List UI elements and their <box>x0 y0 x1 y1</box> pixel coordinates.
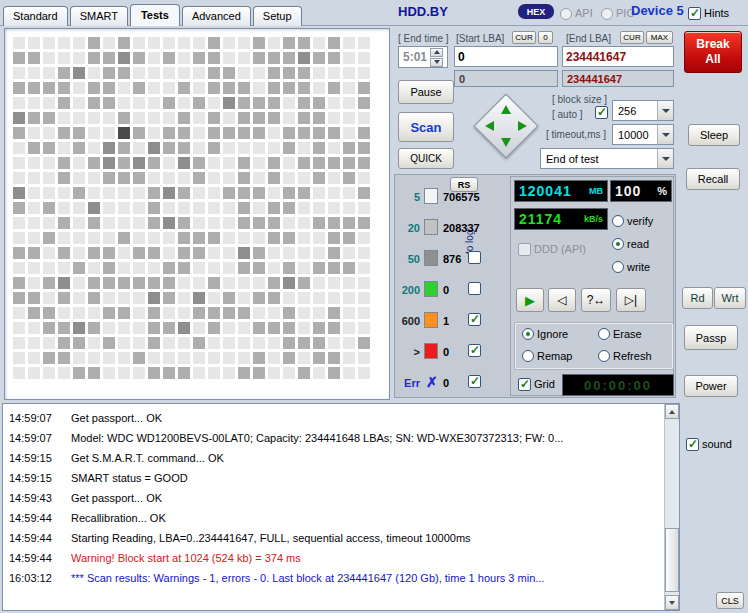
scan-block <box>253 82 265 94</box>
end-action-combo[interactable]: End of test <box>540 148 674 169</box>
recall-button[interactable]: Recall <box>686 168 740 190</box>
block-size-combo[interactable]: 256 <box>612 100 674 121</box>
log-scrollbar[interactable] <box>664 404 679 610</box>
log-err-checkbox[interactable] <box>468 375 481 388</box>
scan-block <box>148 217 160 229</box>
tab-advanced[interactable]: Advanced <box>182 6 251 26</box>
rd-button[interactable]: Rd <box>682 287 713 309</box>
scan-button[interactable]: Scan <box>398 112 454 142</box>
seek-pad[interactable] <box>472 92 540 160</box>
log-50-checkbox[interactable] <box>468 251 481 264</box>
log-600-checkbox[interactable] <box>468 313 481 326</box>
scan-block <box>208 187 220 199</box>
scan-block <box>43 232 55 244</box>
log-message: *** Scan results: Warnings - 1, errors -… <box>71 572 544 584</box>
scan-block <box>133 187 145 199</box>
passp-button[interactable]: Passp <box>684 325 738 350</box>
grid-checkbox[interactable] <box>518 378 531 391</box>
scan-block <box>283 367 295 379</box>
scan-block <box>88 127 100 139</box>
tab-setup[interactable]: Setup <box>253 6 302 26</box>
to-end-button[interactable]: ▷| <box>616 288 646 312</box>
hints-checkbox[interactable] <box>688 7 701 20</box>
action-remap-radio[interactable] <box>522 350 534 362</box>
start-lba-cur-button[interactable]: CUR <box>512 31 536 44</box>
scan-block <box>178 217 190 229</box>
scan-block <box>28 352 40 364</box>
dropdown-button[interactable] <box>657 101 673 120</box>
scan-block <box>163 37 175 49</box>
end-lba-max-button[interactable]: MAX <box>646 31 673 44</box>
spin-up-icon[interactable] <box>430 48 443 57</box>
start-button[interactable]: ▶ <box>516 288 544 312</box>
sleep-button[interactable]: Sleep <box>688 124 740 146</box>
scan-block <box>193 97 205 109</box>
wrt-button[interactable]: Wrt <box>714 287 746 309</box>
dropdown-button[interactable] <box>657 125 673 144</box>
scan-block <box>133 52 145 64</box>
bucket-600-swatch <box>424 312 438 328</box>
timer-display: 00:00:00 <box>562 374 674 396</box>
scroll-up-button[interactable] <box>665 404 679 419</box>
scroll-down-button[interactable] <box>665 595 679 610</box>
ddd-checkbox[interactable] <box>518 243 531 256</box>
quick-button[interactable]: QUICK <box>398 148 454 169</box>
random-read-button[interactable]: ?↔ <box>581 288 611 312</box>
dropdown-button[interactable] <box>657 149 673 168</box>
scan-block <box>313 337 325 349</box>
start-lba-zero-button[interactable]: 0 <box>538 31 553 44</box>
log-over-checkbox[interactable] <box>468 344 481 357</box>
seek-up-arrow[interactable] <box>501 105 511 114</box>
scan-block <box>178 127 190 139</box>
scan-block <box>148 292 160 304</box>
backward-button[interactable]: ◁ <box>548 288 576 312</box>
break-all-button[interactable]: Break All <box>684 31 742 73</box>
scan-block <box>88 172 100 184</box>
scan-block <box>283 82 295 94</box>
timeout-combo[interactable]: 10000 <box>612 124 674 145</box>
rs-button[interactable]: RS <box>450 177 478 192</box>
seek-right-arrow[interactable] <box>518 121 527 131</box>
cls-button[interactable]: CLS <box>716 592 744 609</box>
end-lba-cur-button[interactable]: CUR <box>620 31 644 44</box>
scan-block <box>103 97 115 109</box>
scan-block <box>283 292 295 304</box>
hex-button[interactable]: HEX <box>518 4 554 19</box>
timer-value: 00:00:00 <box>584 378 652 393</box>
spin-down-icon[interactable] <box>430 58 443 67</box>
scan-block <box>208 172 220 184</box>
tab-smart[interactable]: SMART <box>70 6 128 26</box>
scan-block <box>358 142 370 154</box>
scan-block <box>148 52 160 64</box>
scan-block <box>118 37 130 49</box>
action-refresh-radio[interactable] <box>598 350 610 362</box>
seek-left-arrow[interactable] <box>485 121 494 131</box>
power-button[interactable]: Power <box>684 375 738 397</box>
scan-block <box>223 172 235 184</box>
mode-read-radio[interactable] <box>612 238 624 250</box>
end-time-spinner[interactable]: 5:01 <box>398 46 448 68</box>
scroll-thumb[interactable] <box>665 528 679 592</box>
scan-block <box>163 187 175 199</box>
pio-radio[interactable] <box>601 8 613 20</box>
seek-down-arrow[interactable] <box>501 138 511 147</box>
tab-standard[interactable]: Standard <box>3 6 68 26</box>
sound-checkbox[interactable] <box>686 438 699 451</box>
scan-block <box>193 157 205 169</box>
end-lba-input[interactable] <box>562 46 674 67</box>
mode-write-radio[interactable] <box>612 261 624 273</box>
start-lba-input[interactable] <box>454 46 558 67</box>
action-erase-radio[interactable] <box>598 328 610 340</box>
pause-button[interactable]: Pause <box>398 80 454 104</box>
api-radio[interactable] <box>560 8 572 20</box>
mode-verify-radio[interactable] <box>612 215 624 227</box>
action-ignore-radio[interactable] <box>522 328 534 340</box>
tab-tests[interactable]: Tests <box>130 4 180 26</box>
log-timestamp: 14:59:15 <box>9 452 71 464</box>
seek-pad-body[interactable] <box>473 93 538 158</box>
auto-checkbox[interactable] <box>595 106 608 119</box>
percent-value: 100 <box>615 183 641 199</box>
log-200-checkbox[interactable] <box>468 282 481 295</box>
device-selector[interactable]: Device 5 <box>631 3 684 18</box>
scan-block <box>223 112 235 124</box>
